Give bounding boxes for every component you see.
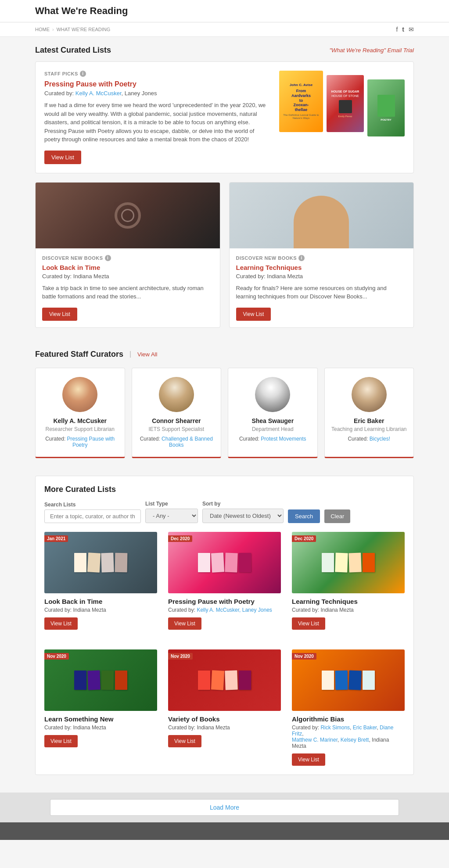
- list-item-1: Jan 2021 Look Back in Time Curated by: I…: [44, 532, 157, 630]
- curators-grid: Kelly A. McCusker Researcher Support Lib…: [35, 368, 414, 458]
- list-item-5-view-btn[interactable]: View List: [168, 735, 201, 747]
- curator-curated-link-eric[interactable]: Bicycles!: [370, 436, 390, 442]
- list-item-2-view-btn[interactable]: View List: [168, 617, 201, 630]
- list-type-group: List Type - Any -: [145, 501, 198, 523]
- col-card-2-image: [230, 183, 414, 248]
- more-lists-title: More Curated Lists: [44, 485, 405, 494]
- curator-link-rick[interactable]: Rick Simons: [320, 725, 350, 731]
- curator-curated-shea: Curated: Protest Movements: [235, 436, 311, 442]
- list-item-2-curator: Curated by: Kelly A. McCusker, Laney Jon…: [168, 607, 281, 613]
- list-item-5: Nov 2020 Variety of Books Curated by: In…: [168, 649, 281, 766]
- discover-badge-1: DISCOVER NEW BOOKS i: [42, 255, 213, 261]
- list-item-6-curator: Curated by: Rick Simons, Eric Baker, Dia…: [292, 725, 405, 749]
- curator-link-eric2[interactable]: Eric Baker: [353, 725, 377, 731]
- curator-role-kelly: Researcher Support Librarian: [42, 426, 118, 432]
- facebook-icon[interactable]: f: [396, 26, 398, 33]
- main-content: Latest Curated Lists "What We're Reading…: [0, 37, 449, 793]
- social-icons: f t ✉: [396, 26, 414, 33]
- curator-link-kelly[interactable]: Kelly A. McCusker: [75, 90, 122, 97]
- curator-card-connor: Connor Shearrer IETS Support Specialist …: [132, 368, 222, 458]
- list-item-1-curator: Curated by: Indiana Mezta: [44, 607, 157, 613]
- breadcrumb-current: WHAT WE'RE READING: [57, 27, 111, 32]
- sort-group: Sort by Date (Newest to Oldest): [202, 501, 284, 523]
- list-item-1-title: Look Back in Time: [44, 598, 157, 605]
- list-item-6-view-btn[interactable]: View List: [292, 753, 325, 766]
- featured-view-btn[interactable]: View List: [44, 151, 81, 164]
- latest-section-title: Latest Curated Lists: [35, 46, 111, 55]
- list-item-3-view-btn[interactable]: View List: [292, 617, 325, 630]
- curator-curated-link-kelly[interactable]: Pressing Pause with Poetry: [67, 436, 115, 448]
- list-item-5-curator: Curated by: Indiana Mezta: [168, 725, 281, 731]
- clear-button[interactable]: Clear: [324, 509, 350, 523]
- list-item-1-img: Jan 2021: [44, 532, 157, 593]
- search-group: Search Lists: [44, 502, 141, 523]
- featured-list-title[interactable]: Pressing Pause with Poetry: [44, 80, 270, 88]
- avatar-eric: [352, 377, 387, 412]
- curator-link-matthew[interactable]: Matthew C. Mariner: [292, 737, 338, 743]
- list-item-3: Dec 2020 Learning Techniques Curated by:…: [292, 532, 405, 630]
- info-icon-3: i: [298, 255, 305, 261]
- curator-link-kelsey[interactable]: Kelsey Brett: [341, 737, 369, 743]
- curators-section-title: Featured Staff Curators: [35, 350, 123, 359]
- list-item-2: Dec 2020 Pressing Pause with Poetry Cura…: [168, 532, 281, 630]
- curator-name-shea: Shea Swauger: [235, 417, 311, 424]
- avatar-kelly: [62, 377, 97, 412]
- breadcrumb-home[interactable]: HOME: [35, 27, 50, 32]
- sort-label: Sort by: [202, 501, 284, 507]
- search-input[interactable]: [44, 509, 141, 523]
- page-header: What We're Reading: [0, 0, 449, 22]
- curator-curated-connor: Curated: Challenged & Banned Books: [139, 436, 215, 448]
- search-button[interactable]: Search: [288, 509, 320, 523]
- list-item-1-view-btn[interactable]: View List: [44, 617, 78, 630]
- list-item-5-title: Variety of Books: [168, 715, 281, 723]
- curator-role-connor: IETS Support Specialist: [139, 426, 215, 432]
- list-item-3-title: Learning Techniques: [292, 598, 405, 605]
- info-icon: i: [80, 71, 86, 77]
- curator-card-kelly: Kelly A. McCusker Researcher Support Lib…: [35, 368, 125, 458]
- col-card-2: DISCOVER NEW BOOKS i Learning Techniques…: [229, 182, 414, 328]
- book-cover-2: House of Sugar House of Stone Emily Pere…: [327, 75, 364, 132]
- col-card-2-view-btn[interactable]: View List: [236, 308, 271, 321]
- list-item-2-curator-link[interactable]: Kelly A. McCusker, Laney Jones: [197, 607, 272, 613]
- col-card-2-curator: Curated by: Indiana Mezta: [236, 273, 407, 280]
- book-cover-1: John C. Avise FromAardvarkstoZooxan-thel…: [279, 71, 323, 132]
- col-card-1-desc: Take a trip back in time to see ancient …: [42, 284, 213, 301]
- curator-curated-eric: Curated: Bicycles!: [331, 436, 407, 442]
- curator-role-eric: Teaching and Learning Librarian: [331, 426, 407, 432]
- list-item-4-view-btn[interactable]: View List: [44, 735, 78, 747]
- curators-header: Featured Staff Curators View All: [35, 350, 414, 359]
- col-card-2-body: DISCOVER NEW BOOKS i Learning Techniques…: [230, 248, 414, 327]
- list-type-label: List Type: [145, 501, 198, 507]
- col-card-1-title[interactable]: Look Back in Time: [42, 264, 213, 271]
- view-all-link[interactable]: View All: [130, 351, 157, 358]
- list-type-select[interactable]: - Any -: [145, 509, 198, 523]
- footer-bar: [0, 822, 449, 840]
- curator-name-kelly: Kelly A. McCusker: [42, 417, 118, 424]
- discover-badge-2: DISCOVER NEW BOOKS i: [236, 255, 407, 261]
- featured-card-content: STAFF PICKS i Pressing Pause with Poetry…: [44, 71, 279, 164]
- page-title: What We're Reading: [35, 5, 414, 17]
- col-card-1-body: DISCOVER NEW BOOKS i Look Back in Time C…: [36, 248, 220, 327]
- col-card-1-curator: Curated by: Indiana Mezta: [42, 273, 213, 280]
- list-item-3-img: Dec 2020: [292, 532, 405, 593]
- email-trial-link[interactable]: "What We're Reading" Email Trial: [329, 47, 414, 54]
- email-icon[interactable]: ✉: [409, 26, 414, 33]
- load-more-section: Load More: [0, 793, 449, 822]
- list-item-6-img: Nov 2020: [292, 649, 405, 711]
- list-item-4-curator: Curated by: Indiana Mezta: [44, 725, 157, 731]
- sort-select[interactable]: Date (Newest to Oldest): [202, 509, 284, 523]
- avatar-shea: [255, 377, 290, 412]
- curator-name-eric: Eric Baker: [331, 417, 407, 424]
- list-item-4-title: Learn Something New: [44, 715, 157, 723]
- load-more-button[interactable]: Load More: [50, 799, 399, 816]
- curator-curated-link-shea[interactable]: Protest Movements: [261, 436, 306, 442]
- col-card-1-view-btn[interactable]: View List: [42, 308, 77, 321]
- twitter-icon[interactable]: t: [402, 26, 404, 33]
- curator-card-shea: Shea Swauger Department Head Curated: Pr…: [228, 368, 318, 458]
- curator-curated-link-connor[interactable]: Challenged & Banned Books: [162, 436, 213, 448]
- curator-curated-kelly: Curated: Pressing Pause with Poetry: [42, 436, 118, 448]
- col-card-2-title[interactable]: Learning Techniques: [236, 264, 407, 271]
- latest-section-header: Latest Curated Lists "What We're Reading…: [35, 46, 414, 55]
- two-col-cards: DISCOVER NEW BOOKS i Look Back in Time C…: [35, 182, 414, 328]
- breadcrumb-separator: ›: [52, 27, 54, 32]
